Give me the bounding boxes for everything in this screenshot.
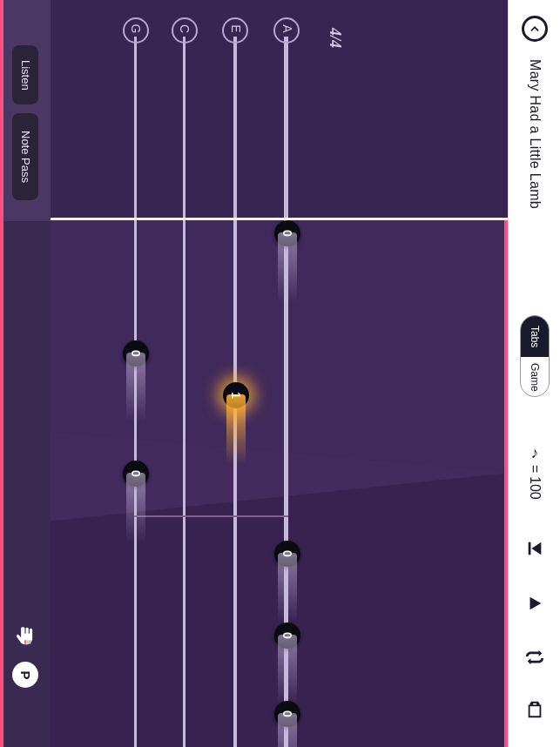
hand-icon[interactable] (12, 623, 38, 649)
time-signature: 4/4 (326, 28, 344, 48)
note-fret: 0 (280, 550, 294, 557)
listen-label: Listen (19, 60, 32, 91)
note-tail (126, 473, 145, 542)
tempo-equals: = (527, 465, 543, 473)
note-fret: 0 (280, 710, 294, 717)
note-tail (278, 553, 297, 622)
accent-stripe (0, 221, 3, 747)
song-title: Mary Had a Little Lamb (527, 59, 543, 209)
note: 0 (274, 220, 300, 246)
svg-rect-0 (24, 640, 26, 643)
note: 0 (274, 622, 300, 649)
note: 0 (123, 340, 149, 367)
tempo-display[interactable]: ♪ = 100 (525, 444, 543, 500)
note-pass-button[interactable]: Note Pass (12, 113, 38, 200)
string-label-a: A (280, 17, 294, 40)
view-toggle[interactable]: Tabs Game (520, 315, 550, 397)
skip-back-icon (525, 539, 544, 558)
play-button[interactable] (522, 590, 548, 616)
bar-line (134, 515, 288, 517)
tempo-value: 100 (527, 476, 543, 500)
collapse-button[interactable] (522, 16, 548, 42)
note: 0 (274, 701, 300, 727)
string-label-c: C (178, 17, 192, 40)
note-fret: 0 (129, 350, 143, 357)
bottom-toolbar: Listen Note Pass P (0, 0, 51, 747)
note-tail (278, 635, 297, 704)
toggle-game[interactable]: Game (521, 357, 549, 397)
note: 0 (123, 461, 149, 487)
note-fret: 0 (129, 470, 143, 477)
string-c (183, 37, 186, 747)
toggle-game-label: Game (529, 363, 541, 392)
skip-back-button[interactable] (522, 535, 548, 562)
playfield[interactable]: G C E A 4/4 0010000 (51, 0, 508, 747)
app-frame: Listen Note Pass P G C E A 4/4 0010000 (0, 0, 560, 747)
eighth-note-icon: ♪ (525, 444, 543, 461)
clipboard-icon (525, 700, 544, 719)
accent-stripe (0, 0, 3, 221)
loop-button[interactable] (522, 644, 548, 670)
toggle-tabs[interactable]: Tabs (521, 316, 549, 357)
string-label-e: E (229, 17, 243, 40)
toggle-tabs-label: Tabs (529, 326, 541, 347)
top-toolbar: Mary Had a Little Lamb Tabs Game ♪ = 100 (508, 0, 560, 747)
note-tail (278, 713, 297, 747)
p-button[interactable]: P (12, 662, 38, 688)
note-tail (226, 394, 246, 464)
note-tail (126, 353, 145, 422)
note-pass-label: Note Pass (19, 131, 32, 183)
listen-button[interactable]: Listen (12, 45, 38, 104)
note: 1 (223, 382, 249, 408)
string-label-g: G (129, 17, 143, 40)
chevron-up-icon (529, 23, 541, 35)
p-label: P (17, 670, 32, 679)
svg-rect-2 (29, 640, 30, 643)
note-tail (278, 232, 297, 302)
play-icon (525, 594, 544, 613)
loop-icon (525, 648, 544, 667)
note-fret: 0 (280, 632, 294, 639)
svg-rect-1 (27, 640, 29, 643)
note-fret: 1 (229, 392, 243, 399)
note-fret: 0 (280, 230, 294, 237)
clipboard-button[interactable] (522, 697, 548, 723)
note: 0 (274, 541, 300, 567)
hit-line (51, 218, 508, 220)
